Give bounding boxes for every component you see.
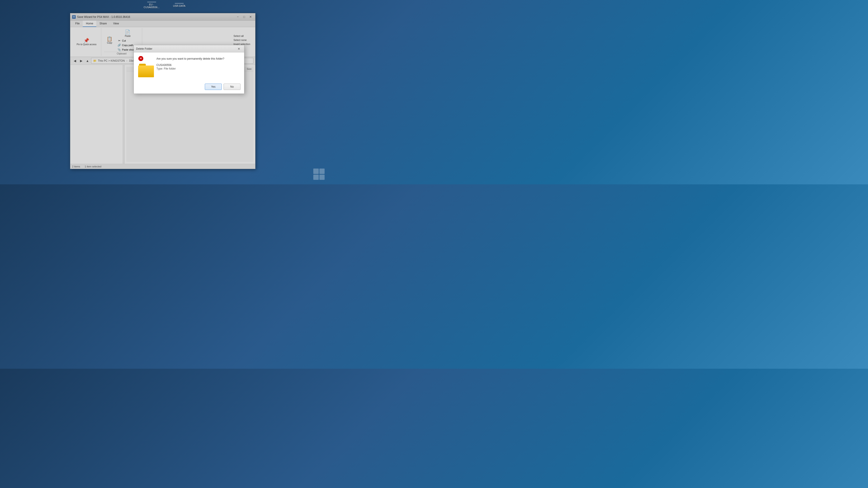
dialog-icon-area: ✕ — [139, 57, 153, 77]
taskbar-label-usr-data: USR-DATA — [173, 4, 186, 7]
dialog-folder-type: Type: File folder — [156, 67, 239, 70]
dialog-title: Delete Folder — [136, 47, 236, 51]
taskbar-label-eu-cusa2: CUSA00556... — [144, 6, 160, 8]
taskbar-top: EU - CUSA00556... USR-DATA — [0, 0, 329, 10]
dialog-overlay: Delete Folder ✕ ✕ Are you sure you want … — [70, 13, 255, 169]
logo-sq2 — [319, 168, 325, 174]
taskbar-icon-eu-cusa — [147, 2, 156, 2]
folder-big-icon — [138, 64, 154, 77]
logo-grid — [313, 168, 324, 180]
taskbar-icon-usr-data — [175, 3, 184, 4]
error-x-icon: ✕ — [138, 56, 143, 61]
delete-dialog: Delete Folder ✕ ✕ Are you sure you want … — [133, 45, 244, 94]
dialog-title-bar: Delete Folder ✕ — [134, 45, 244, 53]
yes-button[interactable]: Yes — [205, 84, 222, 90]
taskbar-item-eu-cusa[interactable]: EU - CUSA00556... — [144, 2, 160, 8]
dialog-folder-name: CUSA00556 — [156, 64, 239, 67]
dialog-text-area: Are you sure you want to permanently del… — [156, 57, 239, 70]
no-button[interactable]: No — [223, 84, 241, 90]
dialog-buttons: Yes No — [134, 82, 244, 94]
explorer-window: W Save Wizard for PS4 MAX - 1.0.6510.364… — [70, 13, 255, 169]
dialog-content: ✕ Are you sure you want to permanently d… — [134, 53, 244, 82]
taskbar-item-usr-data[interactable]: USR-DATA — [173, 3, 186, 7]
dialog-question: Are you sure you want to permanently del… — [156, 57, 239, 61]
folder-body — [138, 66, 154, 77]
logo-sq4 — [319, 175, 325, 180]
dialog-close-button[interactable]: ✕ — [236, 46, 242, 51]
taskbar-label-eu-cusa: EU - — [149, 3, 154, 6]
logo-sq3 — [313, 175, 319, 180]
windows-logo — [313, 168, 324, 180]
logo-sq1 — [313, 168, 319, 174]
